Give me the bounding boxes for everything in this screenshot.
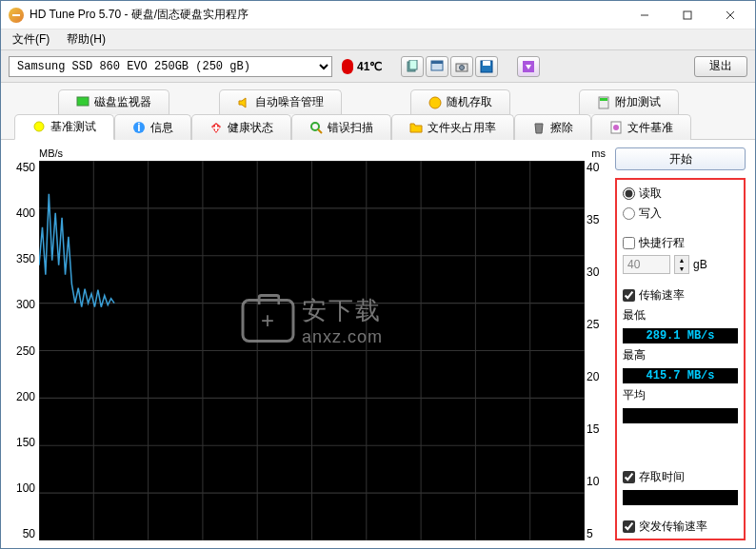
svg-rect-11	[483, 61, 490, 66]
tabs-row-2: 基准测试 i信息 健康状态 错误扫描 文件夹占用率 擦除 文件基准	[1, 113, 755, 139]
gb-input	[623, 255, 670, 274]
screenshot-button[interactable]	[450, 56, 473, 77]
maximize-icon	[683, 10, 692, 20]
svg-rect-7	[431, 61, 443, 64]
tab-label: 自动噪音管理	[255, 94, 324, 110]
search-icon	[309, 121, 323, 134]
minimize-button[interactable]	[623, 2, 666, 29]
start-button[interactable]: 开始	[615, 147, 746, 170]
bulb-icon	[32, 121, 46, 134]
close-button[interactable]	[708, 2, 751, 29]
copy-icon	[406, 60, 419, 73]
svg-line-23	[318, 129, 322, 133]
svg-rect-13	[77, 97, 89, 106]
app-icon	[9, 8, 24, 23]
tab-label: 健康状态	[228, 120, 273, 136]
toolbar: Samsung SSD 860 EVO 250GB (250 gB) 41℃ 退…	[1, 50, 755, 83]
svg-rect-1	[684, 11, 691, 19]
minimize-icon	[640, 10, 649, 20]
svg-rect-5	[409, 60, 417, 69]
monitor-icon	[76, 96, 90, 109]
svg-rect-21	[213, 127, 220, 129]
check-access-time[interactable]: 存取时间	[623, 469, 738, 485]
access-time-value	[623, 490, 738, 505]
avg-label: 平均	[623, 387, 738, 403]
max-value: 415.7 MB/s	[623, 368, 738, 383]
camera-icon	[455, 60, 468, 73]
tab-error-scan[interactable]: 错误扫描	[291, 114, 391, 140]
avg-value	[623, 408, 738, 423]
tab-additional-test[interactable]: 附加测试	[579, 89, 679, 114]
save-icon	[480, 60, 493, 73]
tab-disk-monitor[interactable]: 磁盘监视器	[58, 89, 169, 114]
temperature-value: 41℃	[357, 60, 382, 73]
close-icon	[726, 10, 735, 20]
tab-label: 随机存取	[447, 94, 492, 110]
svg-point-9	[460, 65, 465, 69]
tab-label: 信息	[150, 120, 173, 136]
file-icon	[609, 121, 623, 134]
info-icon: i	[132, 121, 146, 134]
window-title: HD Tune Pro 5.70 - 硬盘/固态硬盘实用程序	[30, 7, 623, 23]
gb-unit-label: gB	[693, 258, 707, 271]
max-label: 最高	[623, 347, 738, 363]
menubar: 文件(F) 帮助(H)	[1, 29, 755, 50]
min-value: 289.1 MB/s	[623, 328, 738, 343]
titlebar: HD Tune Pro 5.70 - 硬盘/固态硬盘实用程序	[1, 1, 755, 29]
tab-label: 基准测试	[50, 119, 96, 135]
trash-icon	[532, 121, 546, 134]
radio-read[interactable]: 读取	[623, 186, 738, 202]
svg-point-17	[34, 122, 44, 131]
window-icon	[430, 60, 444, 73]
menu-help[interactable]: 帮助(H)	[59, 29, 113, 49]
tab-benchmark[interactable]: 基准测试	[14, 114, 114, 140]
y-left-ticks: 45040035030025020015010050	[10, 161, 35, 540]
svg-point-25	[613, 125, 619, 130]
benchmark-options-panel: 读取 写入 快捷行程 ▲▼ gB 传输速率 最低 289.1 MB/s 最高 4…	[615, 178, 746, 540]
tab-label: 擦除	[550, 120, 573, 136]
temperature-display: 41℃	[342, 59, 382, 74]
check-transfer-rate[interactable]: 传输速率	[623, 287, 738, 304]
save-button[interactable]	[475, 56, 498, 77]
maximize-button[interactable]	[666, 2, 708, 29]
copy-screenshot-button[interactable]	[426, 56, 448, 77]
exit-button[interactable]: 退出	[694, 56, 747, 77]
tab-info[interactable]: i信息	[114, 114, 191, 140]
disk-icon	[428, 96, 442, 109]
tab-label: 磁盘监视器	[94, 94, 151, 110]
menu-file[interactable]: 文件(F)	[5, 29, 57, 49]
tab-erase[interactable]: 擦除	[514, 114, 591, 140]
tab-label: 文件夹占用率	[428, 120, 496, 136]
tab-label: 附加测试	[615, 94, 661, 110]
tab-folder-usage[interactable]: 文件夹占用率	[391, 114, 514, 140]
spin-down-icon: ▼	[675, 265, 688, 273]
drive-select[interactable]: Samsung SSD 860 EVO 250GB (250 gB)	[9, 56, 332, 77]
check-burst-rate[interactable]: 突发传输速率	[623, 519, 738, 535]
tab-random-access[interactable]: 随机存取	[410, 89, 510, 114]
options-button[interactable]	[517, 56, 540, 77]
radio-write[interactable]: 写入	[623, 206, 738, 222]
calc-icon	[597, 96, 610, 109]
folder-icon	[409, 121, 423, 134]
copy-info-button[interactable]	[401, 56, 424, 77]
y-right-ticks: 403530252015105	[587, 161, 606, 540]
tab-file-benchmark[interactable]: 文件基准	[591, 114, 691, 140]
gb-spinner[interactable]: ▲▼ gB	[623, 255, 738, 274]
svg-text:i: i	[137, 121, 140, 134]
chart-area: MB/s ms 45040035030025020015010050 40353…	[10, 147, 606, 540]
spin-up-icon: ▲	[675, 256, 688, 265]
side-panel: 开始 读取 写入 快捷行程 ▲▼ gB 传输速率 最低 289.1 MB/s 最…	[615, 147, 746, 540]
speaker-icon	[237, 96, 250, 109]
health-icon	[209, 121, 223, 134]
tab-label: 错误扫描	[328, 120, 373, 136]
tabs-row-1: 磁盘监视器 自动噪音管理 随机存取 附加测试	[1, 83, 755, 113]
thermometer-icon	[342, 59, 353, 74]
tab-auto-noise[interactable]: 自动噪音管理	[219, 89, 342, 114]
y-right-label: ms	[591, 147, 606, 159]
check-quick-stroke[interactable]: 快捷行程	[623, 235, 738, 251]
tab-health[interactable]: 健康状态	[191, 114, 291, 140]
tab-label: 文件基准	[627, 120, 673, 136]
chart-canvas: 安下载 anxz.com	[39, 161, 585, 540]
min-label: 最低	[623, 307, 738, 324]
svg-rect-16	[600, 98, 607, 101]
